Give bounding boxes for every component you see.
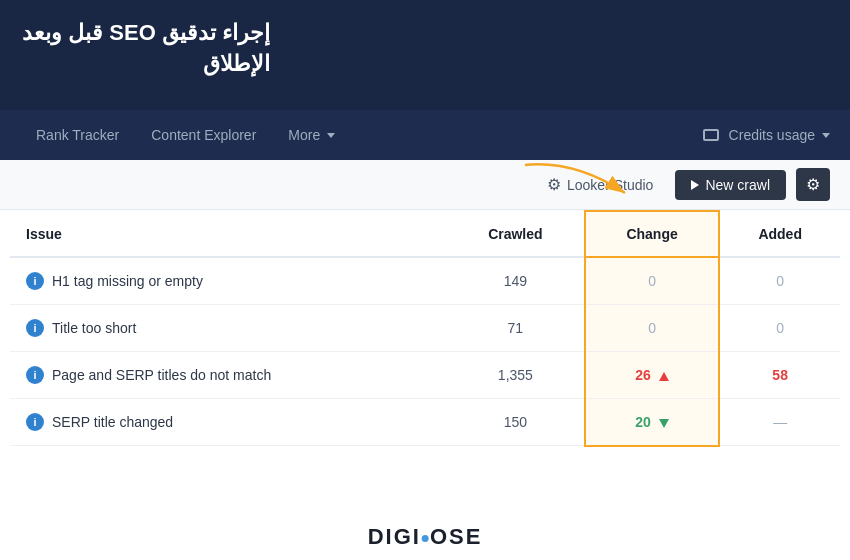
- info-icon: i: [26, 319, 44, 337]
- issue-cell: iH1 tag missing or empty: [10, 257, 447, 305]
- sidebar-item-content-explorer[interactable]: Content Explorer: [135, 110, 272, 160]
- action-bar: ⚙ Looker Studio New crawl ⚙: [0, 160, 850, 210]
- crawled-value: 150: [447, 399, 585, 446]
- table-row: iH1 tag missing or empty14900: [10, 257, 840, 305]
- crawled-value: 1,355: [447, 352, 585, 399]
- credits-usage-button[interactable]: Credits usage: [729, 127, 830, 143]
- footer: DIGIOSE: [368, 524, 483, 550]
- issue-cell: iSERP title changed: [10, 399, 447, 446]
- issue-column-header: Issue: [10, 211, 447, 257]
- change-value: 20: [585, 399, 720, 446]
- info-icon: i: [26, 366, 44, 384]
- table-row: iSERP title changed15020 —: [10, 399, 840, 446]
- monitor-icon: [703, 129, 719, 141]
- crawled-value: 149: [447, 257, 585, 305]
- down-arrow-icon: [659, 419, 669, 428]
- added-value: 58: [719, 352, 840, 399]
- added-column-header: Added: [719, 211, 840, 257]
- change-value: 26: [585, 352, 720, 399]
- brand-logo: DIGIOSE: [368, 524, 483, 550]
- info-icon: i: [26, 413, 44, 431]
- new-crawl-button[interactable]: New crawl: [675, 170, 786, 200]
- looker-icon: ⚙: [547, 175, 561, 194]
- header-background: إجراء تدقيق SEO قبل وبعد الإطلاق Rank Tr…: [0, 0, 850, 160]
- up-arrow-icon: [659, 372, 669, 381]
- sidebar-item-rank-tracker[interactable]: Rank Tracker: [20, 110, 135, 160]
- logo-dot: [422, 535, 429, 542]
- change-column-header: Change: [585, 211, 720, 257]
- page-title: إجراء تدقيق SEO قبل وبعد الإطلاق: [20, 18, 270, 80]
- gear-icon: ⚙: [806, 176, 820, 193]
- issue-cell: iTitle too short: [10, 305, 447, 352]
- settings-button[interactable]: ⚙: [796, 168, 830, 201]
- change-value: 0: [585, 305, 720, 352]
- added-value: 0: [719, 305, 840, 352]
- issues-table: Issue Crawled Change Added iH1 tag missi…: [10, 210, 840, 447]
- issue-label: Page and SERP titles do not match: [52, 367, 271, 383]
- issue-label: SERP title changed: [52, 414, 173, 430]
- added-value: 0: [719, 257, 840, 305]
- nav-left: Rank Tracker Content Explorer More: [20, 110, 351, 160]
- table-row: iTitle too short7100: [10, 305, 840, 352]
- sidebar-item-more[interactable]: More: [272, 110, 351, 160]
- looker-studio-button[interactable]: ⚙ Looker Studio: [535, 169, 665, 200]
- issue-cell: iPage and SERP titles do not match: [10, 352, 447, 399]
- info-icon: i: [26, 272, 44, 290]
- crawled-value: 71: [447, 305, 585, 352]
- chevron-down-icon: [822, 133, 830, 138]
- issue-label: Title too short: [52, 320, 136, 336]
- added-value: —: [719, 399, 840, 446]
- change-value: 0: [585, 257, 720, 305]
- nav-bar: Rank Tracker Content Explorer More Credi…: [0, 110, 850, 160]
- table-row: iPage and SERP titles do not match1,3552…: [10, 352, 840, 399]
- issue-label: H1 tag missing or empty: [52, 273, 203, 289]
- arabic-title-box: إجراء تدقيق SEO قبل وبعد الإطلاق: [0, 0, 300, 98]
- crawled-column-header: Crawled: [447, 211, 585, 257]
- nav-right: Credits usage: [703, 127, 830, 143]
- chevron-down-icon: [327, 133, 335, 138]
- play-icon: [691, 180, 699, 190]
- issues-table-container: Issue Crawled Change Added iH1 tag missi…: [0, 210, 850, 447]
